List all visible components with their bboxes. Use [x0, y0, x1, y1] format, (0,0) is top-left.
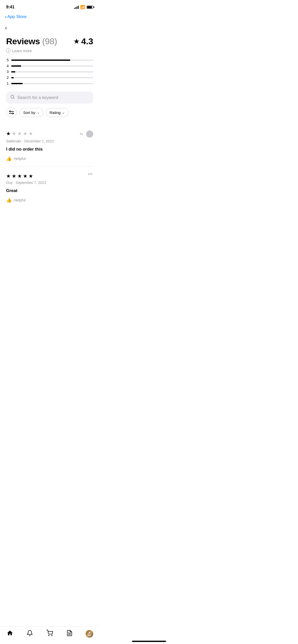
star-2-1: ★ — [6, 173, 11, 179]
bar-fill-3 — [11, 71, 15, 72]
bar-fill-5 — [11, 60, 70, 61]
rating-row-4: 4 — [6, 64, 93, 68]
bar-track-2 — [11, 77, 93, 78]
reviewer-name-2: Guy — [6, 181, 13, 185]
star-2-5: ★ — [29, 173, 33, 179]
rating-filter-label: Rating — [50, 110, 61, 115]
search-icon — [10, 95, 15, 100]
star-2-2: ★ — [12, 173, 16, 179]
sort-by-label: Sort by — [23, 110, 35, 115]
learn-more-row[interactable]: i Learn more — [6, 48, 93, 53]
rating-star-icon: ★ — [73, 37, 80, 46]
review-card-1: ★ ★ ★ ★ ★ Satbinder · December 7, 2023 I… — [6, 124, 93, 167]
rating-label-1: 1 — [6, 81, 9, 85]
reviews-count: (98) — [42, 36, 57, 46]
review-top-2: ★ ★ ★ ★ ★ — [6, 173, 93, 179]
bar-fill-2 — [11, 77, 14, 78]
reviews-title-group: Reviews (98) — [6, 36, 57, 46]
rating-number: 4.3 — [81, 36, 93, 46]
bar-track-3 — [11, 71, 93, 72]
sort-by-button[interactable]: Sort by ⌄ — [19, 108, 43, 117]
bar-track-1 — [11, 83, 93, 84]
rating-row-3: 3 — [6, 70, 93, 74]
star-1-1: ★ — [6, 130, 11, 137]
rating-filter-button[interactable]: Rating ⌄ — [46, 108, 69, 117]
helpful-row-1[interactable]: 👍 Helpful — [6, 156, 93, 162]
status-time: 9:41 — [6, 5, 15, 10]
appstore-back-button[interactable]: ‹ App Store — [5, 14, 26, 20]
reviewer-name-1: Satbinder — [6, 139, 21, 143]
bar-track-4 — [11, 65, 93, 67]
svg-point-5 — [12, 113, 13, 114]
svg-point-4 — [10, 111, 11, 112]
more-button-1[interactable] — [79, 133, 84, 135]
search-box[interactable]: Search for a keyword — [6, 92, 93, 104]
thumbs-up-icon-1: 👍 — [6, 156, 12, 162]
signal-icon — [74, 5, 79, 9]
rating-label-2: 2 — [6, 76, 9, 80]
bar-fill-4 — [11, 65, 21, 67]
review-date-1: December 7, 2023 — [24, 139, 54, 143]
back-button[interactable]: ‹ — [5, 24, 9, 32]
review-body-2: Great — [6, 188, 93, 194]
filter-icon-button[interactable] — [6, 108, 17, 117]
star-1-4: ★ — [23, 130, 28, 137]
reviews-header: Reviews (98) ★ 4.3 — [6, 36, 93, 46]
more-button-2[interactable] — [87, 173, 93, 175]
sort-by-chevron-icon: ⌄ — [37, 111, 39, 114]
main-content: Reviews (98) ★ 4.3 i Learn more 5 4 3 — [0, 32, 99, 208]
appstore-nav: ‹ App Store — [0, 13, 99, 22]
review-more-1[interactable] — [79, 130, 93, 138]
stars-row-1: ★ ★ ★ ★ ★ — [6, 130, 33, 137]
review-date-2: September 7, 2023 — [16, 181, 46, 185]
svg-line-1 — [13, 98, 14, 98]
star-2-4: ★ — [23, 173, 28, 179]
helpful-label-1: Helpful — [14, 156, 26, 161]
search-placeholder: Search for a keyword — [17, 95, 58, 100]
helpful-label-2: Helpful — [14, 198, 26, 202]
star-1-3: ★ — [17, 130, 22, 137]
rating-label-4: 4 — [6, 64, 9, 68]
rating-display: ★ 4.3 — [73, 36, 93, 46]
star-1-2: ★ — [12, 130, 16, 137]
rating-row-1: 1 — [6, 81, 93, 85]
appstore-back-label: App Store — [7, 14, 27, 19]
rating-row-2: 2 — [6, 76, 93, 80]
stars-row-2: ★ ★ ★ ★ ★ — [6, 173, 33, 179]
wifi-icon: 📶 — [80, 5, 85, 9]
battery-icon — [87, 6, 93, 9]
review-card-2: ★ ★ ★ ★ ★ Guy · September 7, 2023 Great … — [6, 167, 93, 208]
reviewer-avatar-1 — [86, 130, 93, 138]
review-meta-1: Satbinder · December 7, 2023 — [6, 139, 93, 143]
review-meta-2: Guy · September 7, 2023 — [6, 181, 93, 185]
status-bar: 9:41 📶 — [0, 0, 99, 13]
reviews-title: Reviews (98) — [6, 36, 57, 46]
status-icons: 📶 — [74, 5, 93, 9]
bar-fill-1 — [11, 83, 23, 84]
info-icon: i — [6, 48, 11, 53]
thumbs-up-icon-2: 👍 — [6, 197, 12, 203]
rating-chevron-icon: ⌄ — [62, 111, 65, 114]
rating-label-3: 3 — [6, 70, 9, 74]
rating-label-5: 5 — [6, 58, 9, 62]
chevron-left-icon: ‹ — [5, 14, 7, 20]
filter-row: Sort by ⌄ Rating ⌄ — [6, 108, 93, 117]
rating-bars: 5 4 3 2 1 — [6, 58, 93, 85]
star-2-3: ★ — [17, 173, 22, 179]
star-1-5: ★ — [29, 130, 33, 137]
back-row: ‹ — [0, 22, 99, 32]
review-body-1: I did no order this — [6, 146, 93, 152]
review-top-1: ★ ★ ★ ★ ★ — [6, 130, 93, 138]
bar-track-5 — [11, 60, 93, 61]
helpful-row-2[interactable]: 👍 Helpful — [6, 197, 93, 203]
rating-row-5: 5 — [6, 58, 93, 62]
learn-more-label: Learn more — [12, 49, 32, 53]
